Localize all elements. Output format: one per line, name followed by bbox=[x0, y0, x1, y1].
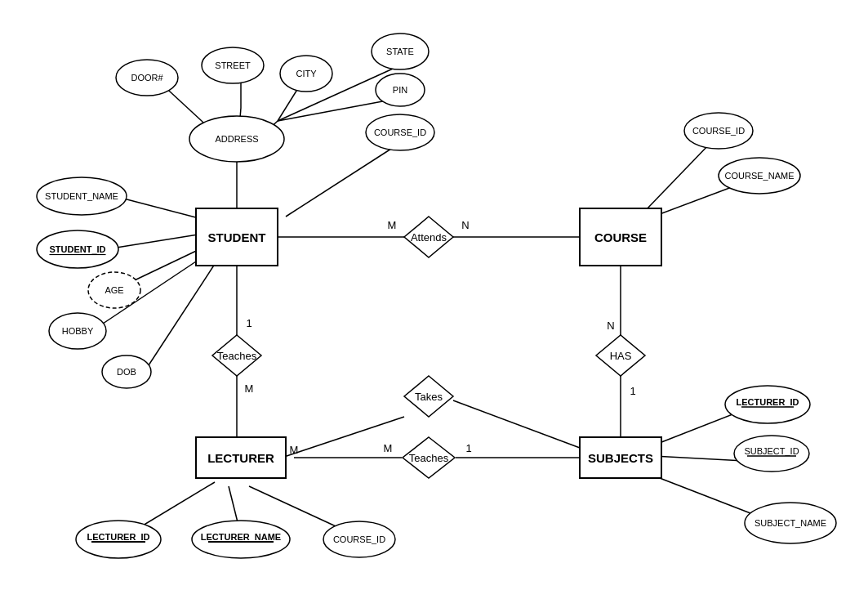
cardinality-n-has-course: N bbox=[607, 320, 614, 332]
attr-address-label: ADDRESS bbox=[215, 134, 258, 144]
svg-line-9 bbox=[114, 196, 208, 221]
svg-line-14 bbox=[286, 143, 400, 217]
er-diagram: M N 1 M N 1 M 1 M STUDENT COURSE LECTURE… bbox=[0, 0, 868, 608]
svg-line-24 bbox=[453, 400, 580, 448]
attr-course-id-top-label: COURSE_ID bbox=[692, 126, 745, 136]
attr-student-id-label: STUDENT_ID bbox=[49, 244, 105, 254]
attr-state-label: STATE bbox=[386, 47, 414, 56]
attr-subject-id-label: SUBJECT_ID bbox=[744, 446, 799, 456]
svg-line-13 bbox=[147, 262, 216, 368]
relationship-attends-label: Attends bbox=[411, 231, 447, 244]
relationship-teaches2-label: Teaches bbox=[409, 452, 449, 464]
relationship-has-label: HAS bbox=[610, 350, 632, 362]
entity-lecturer-label: LECTURER bbox=[207, 451, 274, 465]
attr-course-id-middle-label: COURSE_ID bbox=[374, 127, 426, 137]
relationship-teaches1-label: Teaches bbox=[217, 350, 257, 362]
svg-line-17 bbox=[645, 143, 710, 211]
cardinality-m-teaches1-lecturer: M bbox=[245, 382, 254, 395]
attr-dob-label: DOB bbox=[117, 367, 136, 377]
cardinality-1-teaches1-student: 1 bbox=[246, 317, 251, 329]
cardinality-m-takes-lecturer: M bbox=[290, 444, 299, 456]
attr-subject-name-label: SUBJECT_NAME bbox=[754, 518, 826, 528]
attr-course-name-label: COURSE_NAME bbox=[725, 171, 795, 181]
svg-line-10 bbox=[106, 233, 208, 249]
cardinality-1-has-subjects: 1 bbox=[630, 385, 635, 397]
attr-city-label: CITY bbox=[296, 69, 317, 78]
attr-street-label: STREET bbox=[215, 60, 251, 70]
entity-subjects-label: SUBJECTS bbox=[588, 451, 653, 465]
attr-lecturer-name-label: LECTURER_NAME bbox=[201, 532, 281, 542]
attr-age-label: AGE bbox=[105, 285, 123, 295]
attr-course-id-lecturer-label: COURSE_ID bbox=[333, 534, 385, 544]
attr-lecturer-id-bottom-label: LECTURER_ID bbox=[87, 532, 149, 542]
cardinality-1-teaches2-subjects: 1 bbox=[465, 442, 471, 454]
cardinality-m-attends-student: M bbox=[388, 219, 397, 231]
attr-lecturer-id-subjects-label: LECTURER_ID bbox=[736, 397, 799, 407]
entity-course-label: COURSE bbox=[594, 230, 647, 244]
relationship-takes-label: Takes bbox=[415, 391, 443, 403]
attr-hobby-label: HOBBY bbox=[62, 326, 94, 336]
attr-door-label: DOOR# bbox=[131, 73, 163, 83]
entity-student-label: STUDENT bbox=[208, 230, 266, 244]
cardinality-m-teaches2-lecturer: M bbox=[384, 442, 393, 454]
attr-pin-label: PIN bbox=[393, 85, 407, 95]
attr-student-name-label: STUDENT_NAME bbox=[45, 191, 118, 201]
cardinality-n-attends-course: N bbox=[461, 219, 469, 231]
